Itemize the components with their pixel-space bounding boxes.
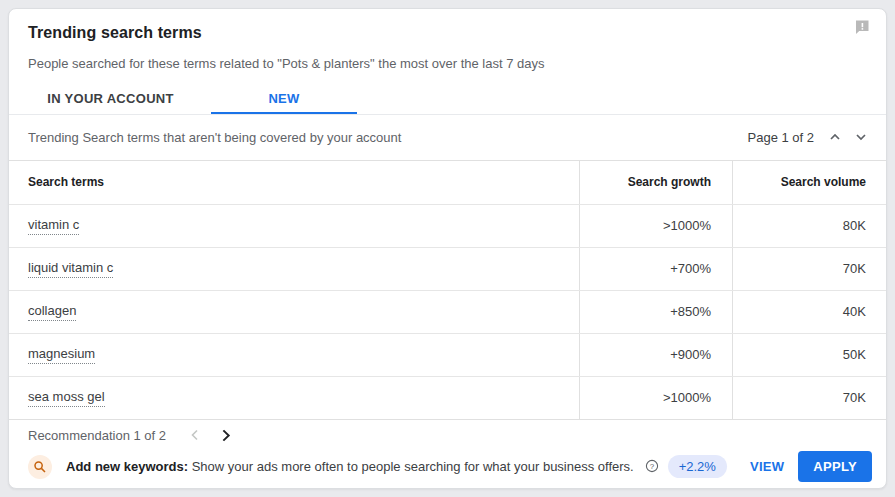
search-volume-value: 50K bbox=[732, 334, 886, 376]
page-indicator: Page 1 of 2 bbox=[748, 130, 815, 145]
table-row: sea moss gel >1000% 70K bbox=[9, 376, 886, 419]
column-header-search-terms: Search terms bbox=[9, 175, 579, 189]
trending-search-terms-card: Trending search terms People searched fo… bbox=[8, 8, 887, 489]
apply-button[interactable]: APPLY bbox=[798, 451, 872, 482]
chevron-left-icon[interactable] bbox=[184, 424, 206, 446]
trending-terms-table: Search terms Search growth Search volume… bbox=[9, 160, 886, 420]
card-header: Trending search terms People searched fo… bbox=[9, 9, 886, 114]
table-row: vitamin c >1000% 80K bbox=[9, 204, 886, 247]
card-subtitle: People searched for these terms related … bbox=[28, 56, 867, 71]
search-term[interactable]: magnesium bbox=[28, 346, 95, 364]
recommendation-indicator: Recommendation 1 of 2 bbox=[28, 428, 166, 443]
table-row: magnesium +900% 50K bbox=[9, 333, 886, 376]
subheader-row: Trending Search terms that aren't being … bbox=[9, 115, 886, 160]
chevron-up-icon[interactable] bbox=[824, 126, 846, 148]
table-header-row: Search terms Search growth Search volume bbox=[9, 161, 886, 204]
page-background: Trending search terms People searched fo… bbox=[0, 0, 895, 497]
view-button[interactable]: VIEW bbox=[740, 452, 794, 481]
search-volume-value: 40K bbox=[732, 291, 886, 333]
column-header-search-volume: Search volume bbox=[732, 161, 886, 204]
search-growth-value: +900% bbox=[579, 334, 732, 376]
subheader-description: Trending Search terms that aren't being … bbox=[28, 130, 401, 145]
search-growth-value: >1000% bbox=[579, 205, 732, 247]
chevron-right-icon[interactable] bbox=[214, 424, 236, 446]
search-volume-value: 70K bbox=[732, 248, 886, 290]
feedback-icon[interactable] bbox=[852, 17, 872, 37]
search-term[interactable]: vitamin c bbox=[28, 217, 79, 235]
chevron-down-icon[interactable] bbox=[850, 126, 872, 148]
table-pagination: Page 1 of 2 bbox=[748, 126, 873, 148]
search-volume-value: 80K bbox=[732, 205, 886, 247]
impact-badge: +2.2% bbox=[668, 455, 727, 478]
search-growth-value: >1000% bbox=[579, 377, 732, 419]
recommendation-description: Show your ads more often to people searc… bbox=[192, 459, 634, 474]
tab-new[interactable]: NEW bbox=[211, 84, 357, 114]
search-growth-value: +700% bbox=[579, 248, 732, 290]
column-header-search-growth: Search growth bbox=[579, 161, 732, 204]
search-volume-value: 70K bbox=[732, 377, 886, 419]
tab-in-your-account[interactable]: IN YOUR ACCOUNT bbox=[28, 84, 193, 114]
recommendation-action-bar: Add new keywords: Show your ads more oft… bbox=[9, 451, 886, 488]
table-row: liquid vitamin c +700% 70K bbox=[9, 247, 886, 290]
svg-text:?: ? bbox=[650, 462, 655, 471]
search-term[interactable]: collagen bbox=[28, 303, 76, 321]
search-growth-value: +850% bbox=[579, 291, 732, 333]
tab-bar: IN YOUR ACCOUNT NEW bbox=[28, 84, 867, 114]
search-term[interactable]: liquid vitamin c bbox=[28, 260, 113, 278]
recommendation-text: Add new keywords: Show your ads more oft… bbox=[66, 459, 659, 474]
help-question-icon[interactable]: ? bbox=[645, 459, 659, 473]
recommendation-nav: Recommendation 1 of 2 bbox=[9, 420, 886, 451]
search-term[interactable]: sea moss gel bbox=[28, 389, 105, 407]
page-title: Trending search terms bbox=[28, 24, 867, 42]
keyword-magnifier-icon bbox=[28, 455, 52, 479]
recommendation-title: Add new keywords: bbox=[66, 459, 188, 474]
table-row: collagen +850% 40K bbox=[9, 290, 886, 333]
